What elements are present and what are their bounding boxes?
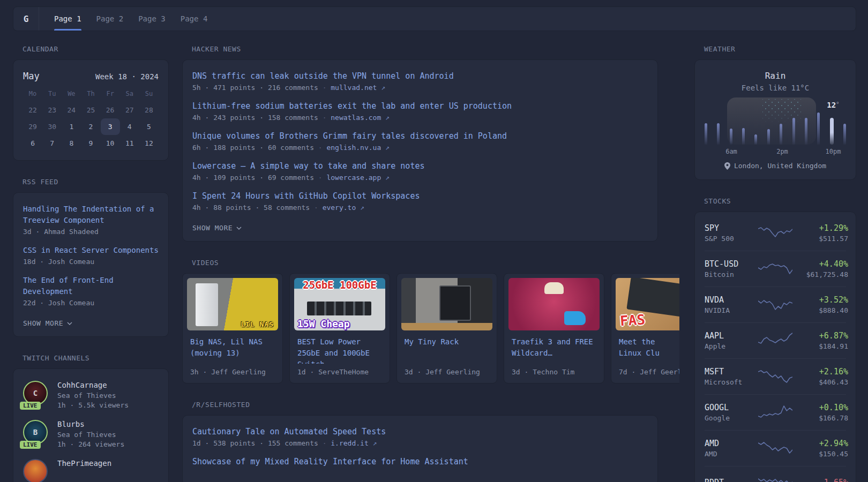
video-thumbnail[interactable]: FAS [616, 278, 679, 330]
calendar-day[interactable]: 7 [42, 135, 62, 152]
stock-row[interactable]: MSFT Microsoft +2.16% $406.43 [705, 358, 846, 394]
hackernews-item-domain-link[interactable]: english.nv.ua ↗ [326, 144, 389, 152]
video-title[interactable]: My Tiny Rack [397, 330, 497, 348]
video-card[interactable]: LIL NAS Big NAS, Lil NAS (moving 13) 3h … [182, 273, 283, 383]
reddit-item-domain-link[interactable]: i.redd.it ↗ [331, 439, 377, 447]
video-card[interactable]: My Tiny Rack 3d · Jeff Geerling [396, 273, 497, 383]
calendar-day[interactable]: 30 [42, 118, 62, 135]
hackernews-item-domain-link[interactable]: every.to ↗ [323, 204, 364, 212]
stocks-section-title: STOCKS [704, 197, 856, 205]
show-more-button[interactable]: SHOW MORE [23, 319, 72, 327]
calendar-day[interactable]: 1 [62, 118, 81, 135]
videos-carousel[interactable]: LIL NAS Big NAS, Lil NAS (moving 13) 3h … [182, 273, 679, 383]
thumbnail-text: LIL NAS [241, 320, 274, 328]
calendar-day[interactable]: 27 [120, 102, 139, 118]
calendar-day[interactable]: 11 [120, 135, 139, 152]
video-card[interactable]: 25GbE 100GbE 15W Cheap BEST Low Power 25… [289, 273, 390, 383]
hackernews-item-title[interactable]: Unique volumes of Brothers Grimm fairy t… [192, 131, 507, 142]
rss-item-title[interactable]: Handling The Indentation of a Treeview C… [23, 204, 159, 226]
page-tab[interactable]: Page 3 [138, 7, 166, 31]
stock-change: +2.94% [792, 439, 848, 448]
hackernews-item-domain-link[interactable]: lowercase.app ↗ [326, 174, 389, 182]
live-badge: LIVE [20, 402, 41, 410]
stock-row[interactable]: BTC-USD Bitcoin +4.40% $61,725.48 [705, 251, 846, 287]
calendar-day[interactable]: 23 [42, 102, 62, 118]
dashboard: G Page 1 Page 2 Page 3 Page 4 CALENDAR M… [0, 0, 868, 482]
stock-price: $61,725.48 [792, 270, 848, 278]
calendar-day[interactable]: 4 [120, 118, 139, 135]
calendar-day[interactable]: 6 [23, 135, 42, 152]
rss-item-title[interactable]: CSS in React Server Components [23, 245, 159, 256]
video-card[interactable]: FAS Meet the Linux Clu 7d · Jeff Geerlin… [611, 273, 679, 383]
hackernews-item-title[interactable]: I Spent 24 Hours with GitHub Copilot Wor… [192, 191, 420, 202]
twitch-channel-row[interactable]: C LIVE CohhCarnage Sea of Thieves 1h · 5… [23, 381, 159, 409]
weather-condition: Rain [705, 71, 846, 81]
calendar-day[interactable]: 9 [81, 135, 100, 152]
video-thumbnail[interactable]: 25GbE 100GbE 15W Cheap [294, 278, 385, 330]
reddit-item-title[interactable]: Showcase of my Mixed Reality Interface f… [192, 456, 468, 468]
stocks-widget: STOCKS SPY S&P 500 +1.29% $511.57 [694, 197, 856, 482]
stock-row[interactable]: AMD AMD +2.94% $150.45 [705, 430, 846, 466]
page-tab[interactable]: Page 1 [54, 7, 81, 31]
twitch-channel-name[interactable]: ThePrimeagen [57, 459, 111, 468]
video-thumbnail[interactable] [401, 278, 492, 330]
hackernews-item-domain-link[interactable]: newatlas.com ↗ [331, 114, 390, 122]
app-logo[interactable]: G [13, 7, 39, 31]
stock-row[interactable]: SPY S&P 500 +1.29% $511.57 [705, 215, 846, 251]
hackernews-item-title[interactable]: Lowercase – A simple way to take and sha… [192, 161, 424, 172]
calendar-day[interactable]: 22 [23, 102, 42, 118]
stock-symbol: SPY [705, 223, 758, 233]
twitch-channel-name[interactable]: CohhCarnage [57, 381, 129, 389]
video-thumbnail[interactable]: LIL NAS [187, 278, 278, 330]
hackernews-item-title[interactable]: DNS traffic can leak outside the VPN tun… [192, 71, 454, 82]
stock-row[interactable]: AAPL Apple +6.87% $184.91 [705, 322, 846, 358]
dot-separator: · [323, 84, 327, 92]
show-more-button[interactable]: SHOW MORE [192, 224, 242, 232]
page-tab[interactable]: Page 4 [181, 7, 208, 31]
video-title[interactable]: BEST Low Power 25GbE and 100GbE Switch… [290, 330, 390, 364]
stock-symbol: GOOGL [705, 403, 758, 412]
weather-bar [742, 128, 745, 145]
calendar-day[interactable]: 5 [139, 118, 159, 135]
stock-row[interactable]: NVDA NVIDIA +3.52% $888.40 [705, 287, 846, 322]
reddit-item-title[interactable]: Cautionary Tale on Automated Speed Tests [192, 426, 386, 438]
hackernews-item-domain-link[interactable]: mullvad.net ↗ [331, 84, 385, 92]
stock-row[interactable]: RDDT -1.65% [705, 466, 846, 482]
video-title[interactable]: Traefik 3 and FREE Wildcard… [504, 330, 604, 359]
hackernews-item-meta: 4h · 88 points · 58 comments · every.to … [192, 204, 648, 212]
calendar-day[interactable]: 8 [62, 135, 81, 152]
video-title[interactable]: Big NAS, Lil NAS (moving 13) [183, 330, 282, 359]
video-meta: 3d · Techno Tim [504, 364, 604, 383]
stock-row[interactable]: GOOGL Google +0.10% $166.78 [705, 394, 846, 430]
twitch-channel-game: Sea of Thieves [57, 431, 124, 439]
twitch-channel-row[interactable]: B LIVE Blurbs Sea of Thieves 1h · 264 vi… [23, 420, 159, 448]
video-title[interactable]: Meet the Linux Clu [611, 330, 679, 359]
sparkline-path [758, 479, 792, 482]
calendar-day[interactable]: 29 [23, 118, 42, 135]
weather-current-temp: 12° [827, 101, 839, 109]
calendar-day[interactable]: 2 [81, 118, 100, 135]
rss-item-title[interactable]: The End of Front-End Development [23, 275, 159, 297]
calendar-day[interactable]: 25 [81, 102, 100, 118]
video-card[interactable]: Traefik 3 and FREE Wildcard… 3d · Techno… [504, 273, 604, 383]
reddit-section-title: /R/SELFHOSTED [192, 401, 658, 409]
hackernews-item-title[interactable]: Lithium-free sodium batteries exit the l… [192, 101, 512, 112]
external-link-icon: ↗ [373, 439, 377, 447]
stock-change: +0.10% [792, 403, 848, 412]
calendar-day[interactable]: 24 [62, 102, 81, 118]
calendar-day[interactable]: 12 [139, 135, 159, 152]
page-tab[interactable]: Page 2 [96, 7, 124, 31]
page-tabs: Page 1 Page 2 Page 3 Page 4 [54, 7, 222, 31]
hackernews-item: Unique volumes of Brothers Grimm fairy t… [192, 131, 648, 152]
live-badge: LIVE [20, 441, 41, 449]
hackernews-item-meta: 4h · 109 points · 69 comments · lowercas… [192, 174, 648, 182]
calendar-day[interactable]: 3 [101, 118, 120, 135]
twitch-channel-row[interactable]: ThePrimeagen [23, 459, 159, 482]
calendar-day[interactable]: 10 [101, 135, 120, 152]
stock-change: +6.87% [792, 331, 848, 341]
calendar-day[interactable]: 28 [139, 102, 159, 118]
twitch-channel-name[interactable]: Blurbs [57, 420, 124, 428]
video-thumbnail[interactable] [508, 278, 600, 330]
weather-bar [817, 112, 820, 145]
calendar-day[interactable]: 26 [101, 102, 120, 118]
